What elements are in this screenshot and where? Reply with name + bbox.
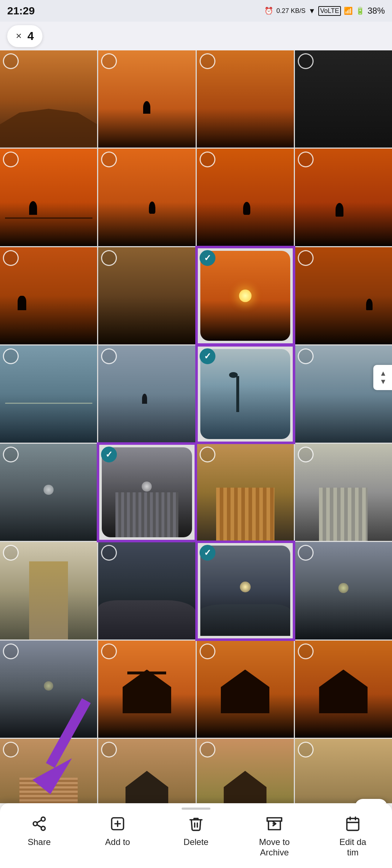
toolbar-item-edit-date-time[interactable]: Edit datim [331, 814, 374, 858]
photo-item[interactable] [0, 345, 97, 443]
select-circle[interactable] [101, 742, 117, 758]
photo-item-selected[interactable] [197, 247, 294, 344]
photo-item[interactable] [98, 50, 195, 148]
select-circle[interactable] [3, 545, 19, 561]
photo-item-selected[interactable] [98, 444, 195, 541]
selection-count: 4 [27, 30, 34, 43]
photo-item[interactable] [295, 444, 392, 541]
select-circle[interactable] [200, 643, 215, 659]
select-circle[interactable] [298, 53, 314, 69]
photo-item[interactable] [197, 739, 294, 803]
network-speed: 0.27 KB/S [276, 7, 305, 15]
close-button[interactable]: × [16, 30, 22, 42]
photo-item[interactable]: ▲ ▼ [295, 345, 392, 443]
svg-line-9 [37, 825, 42, 827]
select-circle[interactable] [200, 742, 215, 758]
photo-item[interactable] [98, 345, 195, 443]
select-circle[interactable] [101, 250, 117, 266]
move-to-archive-label: Move toArchive [259, 837, 290, 858]
photo-item[interactable] [0, 641, 97, 738]
select-circle[interactable] [101, 53, 117, 69]
photo-item[interactable] [0, 542, 97, 639]
svg-line-10 [37, 820, 42, 823]
select-circle[interactable] [200, 447, 215, 462]
photo-item[interactable] [98, 739, 195, 803]
toolbar-item-delete[interactable]: Delete [174, 814, 218, 847]
battery-icon: 🔋 [356, 6, 365, 15]
signal-icon: 📶 [344, 6, 353, 15]
photo-item[interactable] [98, 641, 195, 738]
photo-item[interactable] [0, 50, 97, 148]
photo-item[interactable] [0, 739, 97, 803]
volte-icon: VoLTE [318, 6, 341, 16]
select-circle-checked[interactable] [200, 545, 215, 561]
wifi-icon: ▼ [308, 7, 315, 15]
select-circle[interactable] [3, 152, 19, 167]
toolbar-item-move-to-archive[interactable]: Move toArchive [253, 814, 296, 858]
edit-date-time-label: Edit datim [339, 837, 366, 858]
select-circle[interactable] [3, 643, 19, 659]
photo-item[interactable] [295, 247, 392, 344]
photo-item[interactable] [295, 739, 392, 803]
photo-item[interactable] [0, 149, 97, 246]
status-bar: 21:29 ⏰ 0.27 KB/S ▼ VoLTE 📶 🔋 38% [0, 0, 392, 22]
drag-handle [182, 808, 210, 810]
add-to-label: Add to [105, 837, 130, 847]
photo-item[interactable] [295, 641, 392, 738]
select-circle[interactable] [3, 250, 19, 266]
calendar-icon [343, 814, 363, 833]
archive-icon [265, 814, 284, 833]
select-circle-checked[interactable] [101, 447, 117, 462]
select-circle[interactable] [101, 643, 117, 659]
zoom-button[interactable] [355, 799, 387, 804]
top-bar: × 4 [0, 22, 392, 50]
select-circle-checked[interactable] [200, 348, 215, 364]
select-circle[interactable] [3, 742, 19, 758]
select-circle[interactable] [298, 742, 314, 758]
svg-rect-14 [267, 818, 282, 821]
select-circle[interactable] [298, 348, 314, 364]
share-label: Share [28, 837, 51, 847]
status-icons: ⏰ 0.27 KB/S ▼ VoLTE 📶 🔋 38% [264, 6, 385, 16]
select-circle-checked[interactable] [200, 250, 215, 266]
select-circle[interactable] [298, 643, 314, 659]
photo-item[interactable] [98, 149, 195, 246]
delete-label: Delete [183, 837, 208, 847]
alarm-icon: ⏰ [264, 6, 273, 15]
select-circle[interactable] [200, 152, 215, 167]
svg-rect-16 [347, 818, 359, 830]
select-circle[interactable] [101, 348, 117, 364]
select-circle[interactable] [3, 348, 19, 364]
toolbar-item-share[interactable]: Share [18, 814, 61, 847]
status-time: 21:29 [7, 5, 35, 17]
photo-item-selected[interactable] [197, 542, 294, 639]
photo-item[interactable] [197, 50, 294, 148]
scroll-indicator[interactable]: ▲ ▼ [373, 365, 392, 390]
photo-item[interactable] [98, 542, 195, 639]
select-circle[interactable] [3, 447, 19, 462]
select-circle[interactable] [298, 447, 314, 462]
photo-grid-inner: ▲ ▼ [0, 50, 392, 803]
select-circle[interactable] [298, 250, 314, 266]
photos-grid: ▲ ▼ [0, 50, 392, 803]
photo-item[interactable] [0, 444, 97, 541]
photo-item[interactable] [197, 641, 294, 738]
delete-icon [186, 814, 206, 833]
photo-item[interactable] [295, 50, 392, 148]
bottom-toolbar: Share Add to Delete [0, 803, 392, 868]
toolbar-item-add-to[interactable]: Add to [96, 814, 139, 847]
add-icon [108, 814, 127, 833]
select-circle[interactable] [200, 53, 215, 69]
photo-item[interactable] [197, 444, 294, 541]
photo-item[interactable] [295, 149, 392, 246]
select-circle[interactable] [298, 152, 314, 167]
photo-item[interactable] [295, 542, 392, 639]
select-circle[interactable] [3, 53, 19, 69]
selection-badge[interactable]: × 4 [7, 25, 42, 47]
select-circle[interactable] [298, 545, 314, 561]
photo-item[interactable] [197, 149, 294, 246]
battery-percent: 38% [368, 6, 385, 16]
photo-item[interactable] [98, 247, 195, 344]
photo-item[interactable] [0, 247, 97, 344]
photo-item-selected[interactable] [197, 345, 294, 443]
